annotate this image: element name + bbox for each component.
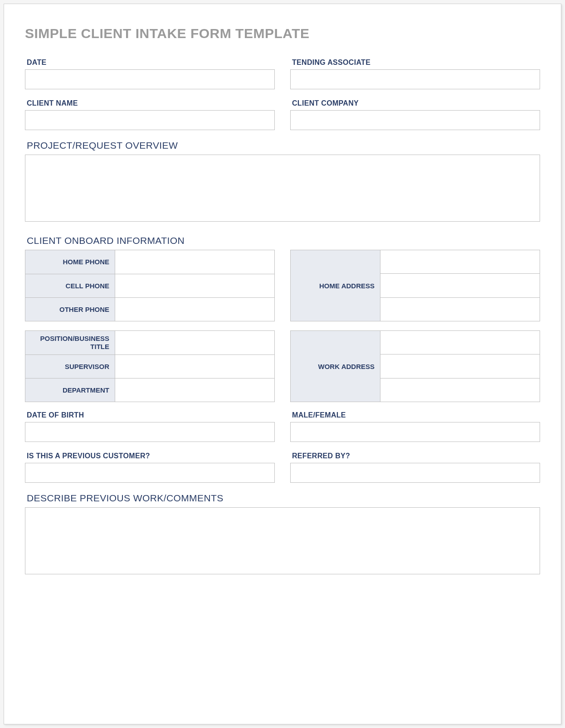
row-client-name-company: CLIENT NAME CLIENT COMPANY [25, 99, 540, 130]
other-phone-label: OTHER PHONE [25, 298, 115, 321]
onboard-phones-col: HOME PHONE CELL PHONE OTHER PHONE [25, 250, 275, 321]
work-address-line2[interactable] [380, 354, 540, 378]
other-phone-row: OTHER PHONE [25, 297, 274, 321]
position-title-label: POSITION/BUSINESS TITLE [25, 331, 115, 354]
work-address-block: WORK ADDRESS [290, 330, 540, 402]
gender-input[interactable] [290, 422, 540, 442]
client-name-label: CLIENT NAME [25, 99, 275, 107]
work-address-lines [380, 331, 540, 402]
onboard-block-phones-home: HOME PHONE CELL PHONE OTHER PHONE HOME A… [25, 250, 540, 321]
home-address-line1[interactable] [380, 250, 540, 273]
client-name-input[interactable] [25, 110, 275, 130]
gender-label: MALE/FEMALE [290, 411, 540, 419]
position-title-row: POSITION/BUSINESS TITLE [25, 331, 274, 354]
other-phone-input[interactable] [115, 298, 274, 321]
overview-textarea[interactable] [25, 155, 540, 222]
overview-label: PROJECT/REQUEST OVERVIEW [25, 140, 540, 151]
home-address-line2[interactable] [380, 273, 540, 297]
dob-label: DATE OF BIRTH [25, 411, 275, 419]
home-address-label: HOME ADDRESS [291, 250, 380, 321]
supervisor-label: SUPERVISOR [25, 355, 115, 378]
home-address-block: HOME ADDRESS [290, 250, 540, 321]
onboard-section-label: CLIENT ONBOARD INFORMATION [25, 235, 540, 246]
work-address-line3[interactable] [380, 378, 540, 402]
associate-input[interactable] [290, 69, 540, 89]
onboard-block-position-work: POSITION/BUSINESS TITLE SUPERVISOR DEPAR… [25, 330, 540, 402]
department-input[interactable] [115, 379, 274, 402]
cell-phone-row: CELL PHONE [25, 274, 274, 297]
work-address-label: WORK ADDRESS [291, 331, 380, 402]
row-prev-referred: IS THIS A PREVIOUS CUSTOMER? REFERRED BY… [25, 452, 540, 483]
referred-label: REFERRED BY? [290, 452, 540, 460]
department-row: DEPARTMENT [25, 378, 274, 402]
date-label: DATE [25, 58, 275, 67]
prev-customer-label: IS THIS A PREVIOUS CUSTOMER? [25, 452, 275, 460]
field-gender: MALE/FEMALE [290, 411, 540, 442]
onboard-position-col: POSITION/BUSINESS TITLE SUPERVISOR DEPAR… [25, 330, 275, 402]
field-dob: DATE OF BIRTH [25, 411, 275, 442]
row-dob-gender: DATE OF BIRTH MALE/FEMALE [25, 411, 540, 442]
home-phone-row: HOME PHONE [25, 250, 274, 274]
date-input[interactable] [25, 69, 275, 89]
department-label: DEPARTMENT [25, 379, 115, 402]
page-title: SIMPLE CLIENT INTAKE FORM TEMPLATE [25, 26, 540, 41]
client-company-input[interactable] [290, 110, 540, 130]
field-client-company: CLIENT COMPANY [290, 99, 540, 130]
position-title-input[interactable] [115, 331, 274, 354]
row-date-associate: DATE TENDING ASSOCIATE [25, 58, 540, 89]
intake-form-page: SIMPLE CLIENT INTAKE FORM TEMPLATE DATE … [4, 4, 561, 724]
referred-input[interactable] [290, 463, 540, 483]
field-associate: TENDING ASSOCIATE [290, 58, 540, 89]
cell-phone-input[interactable] [115, 274, 274, 297]
work-address-line1[interactable] [380, 331, 540, 354]
home-address-lines [380, 250, 540, 321]
comments-label: DESCRIBE PREVIOUS WORK/COMMENTS [25, 493, 540, 504]
field-referred: REFERRED BY? [290, 452, 540, 483]
cell-phone-label: CELL PHONE [25, 274, 115, 297]
comments-textarea[interactable] [25, 507, 540, 574]
home-phone-input[interactable] [115, 250, 274, 274]
home-address-line3[interactable] [380, 297, 540, 321]
supervisor-row: SUPERVISOR [25, 354, 274, 378]
home-phone-label: HOME PHONE [25, 250, 115, 274]
field-client-name: CLIENT NAME [25, 99, 275, 130]
supervisor-input[interactable] [115, 355, 274, 378]
prev-customer-input[interactable] [25, 463, 275, 483]
dob-input[interactable] [25, 422, 275, 442]
client-company-label: CLIENT COMPANY [290, 99, 540, 107]
field-prev-customer: IS THIS A PREVIOUS CUSTOMER? [25, 452, 275, 483]
field-date: DATE [25, 58, 275, 89]
associate-label: TENDING ASSOCIATE [290, 58, 540, 67]
